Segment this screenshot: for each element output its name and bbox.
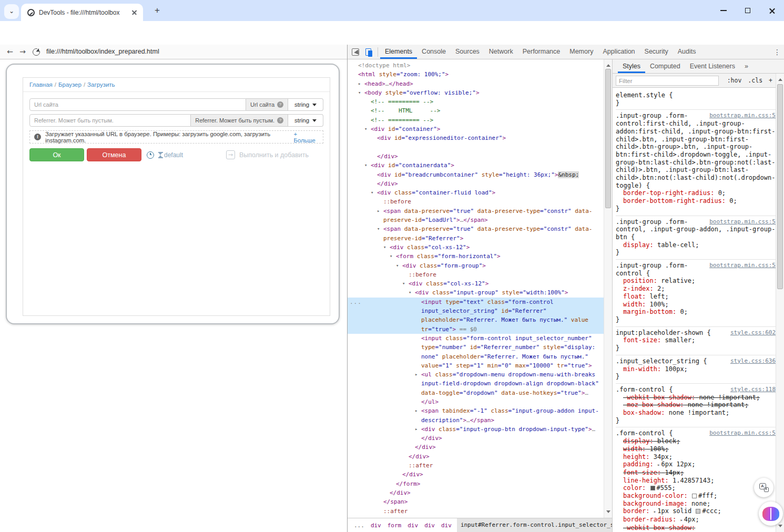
dom-tree-node[interactable]: </div> (348, 152, 612, 161)
referrer-input[interactable] (29, 114, 191, 127)
minimize-button[interactable] (711, 0, 736, 21)
dom-tree-node[interactable]: </div> (348, 443, 612, 452)
dom-tree-node[interactable]: ▾<div class="input-group" style="width:1… (348, 288, 612, 297)
dom-tree-node[interactable]: ▾<div class="form-group"> (348, 261, 612, 270)
dom-tree-node[interactable]: </div> (348, 179, 612, 188)
stylesheet-source-link[interactable]: bootstrap.min.css:5 (709, 218, 776, 226)
expand-arrow-open-icon[interactable]: ▾ (390, 252, 392, 261)
devtools-tab-performance[interactable]: Performance (518, 45, 565, 59)
dom-tree-node[interactable]: <!doctype html> (348, 61, 612, 70)
dom-tree-node[interactable]: ▸<head>…</head> (348, 79, 612, 88)
extension-overlay-button[interactable] (759, 502, 783, 526)
expand-arrow-closed-icon[interactable]: ▸ (415, 425, 418, 434)
scrollbar-thumb[interactable] (777, 84, 783, 289)
tab-close-icon[interactable] (130, 8, 139, 17)
sidebar-tab-styles[interactable]: Styles (618, 59, 645, 73)
dom-tree-node[interactable]: ▾<div id="containerdata"> (348, 161, 612, 170)
expand-arrow-open-icon[interactable]: ▾ (377, 224, 380, 233)
dom-tree-node[interactable]: <input class="form-control input_selecto… (348, 334, 612, 370)
sidebar-tab-computed[interactable]: Computed (645, 59, 685, 73)
dom-tree-node[interactable]: ▸<span data-preserve="true" data-preserv… (348, 207, 612, 225)
sidebar-tab-event-listeners[interactable]: Event Listeners (685, 59, 740, 73)
css-property[interactable]: line-height: 1.42857143; (616, 477, 776, 485)
breadcrumb-node[interactable]: div (408, 522, 418, 529)
clock-icon[interactable] (147, 151, 154, 159)
new-tab-button[interactable]: + (151, 5, 163, 17)
dom-tree-node[interactable]: ...<input type="text" class="form-contro… (348, 298, 612, 334)
help-icon[interactable]: ? (277, 117, 283, 124)
stylesheet-source-link[interactable]: bootstrap.min.css:5 (709, 262, 776, 270)
expand-arrow-open-icon[interactable]: ▾ (364, 125, 367, 134)
dom-tree-node[interactable]: ▾<body style="overflow: visible;"> (348, 88, 612, 97)
breadcrumb-home-link[interactable]: Главная (29, 81, 53, 88)
translate-overlay-button[interactable]: A (754, 478, 773, 497)
screencast-reload-button[interactable] (33, 48, 40, 56)
breadcrumb-selected-node[interactable]: input#Referrer.form-control.input_select… (457, 518, 635, 532)
css-property[interactable]: border-bottom-right-radius: 0; (616, 197, 776, 205)
expand-arrow-open-icon[interactable]: ▾ (409, 288, 411, 297)
css-property[interactable]: z-index: 2; (616, 285, 776, 293)
css-property[interactable]: display: table-cell; (616, 241, 776, 249)
devtools-menu-icon[interactable]: ⋮ (770, 48, 784, 56)
screencast-url[interactable]: file:///html/toolbox/index_prepared.html (46, 45, 159, 59)
breadcrumb-node[interactable]: div (441, 522, 452, 529)
expand-arrow-closed-icon[interactable]: ▸ (377, 207, 380, 216)
new-style-rule-button[interactable]: + (769, 74, 772, 88)
css-property[interactable]: font-size: 14px; (616, 469, 776, 477)
dom-tree-node[interactable]: <!-- HTML --> (348, 106, 612, 115)
close-button[interactable] (760, 0, 784, 21)
devtools-tab-security[interactable]: Security (640, 45, 673, 59)
color-swatch[interactable] (696, 509, 700, 514)
elements-scrollbar[interactable] (604, 59, 612, 518)
screencast-forward-button[interactable]: → (17, 46, 28, 57)
default-timeout[interactable]: default (158, 151, 183, 159)
dom-tree-node[interactable]: </form> (348, 479, 612, 488)
color-swatch[interactable] (692, 494, 697, 498)
sidebar-tab--[interactable]: » (740, 59, 753, 73)
dom-tree-node[interactable]: ▾<form class="form-horizontal"> (348, 252, 612, 261)
devtools-tab-application[interactable]: Application (598, 45, 639, 59)
screencast-back-button[interactable]: ← (4, 46, 16, 57)
expand-arrow-open-icon[interactable]: ▾ (358, 88, 361, 97)
cls-toggle[interactable]: .cls (748, 74, 762, 88)
node-more-actions-icon[interactable]: ... (350, 298, 362, 306)
stylesheet-source-link[interactable]: style.css:636 (730, 357, 776, 365)
css-property[interactable]: -webkit-box-shadow: (616, 524, 776, 532)
browser-tab[interactable]: DevTools - file:///html/toolbox (21, 4, 143, 21)
css-property[interactable]: height: 34px; (616, 453, 776, 461)
css-property[interactable]: -webkit-box-shadow: none !important; (616, 394, 776, 402)
breadcrumb-node[interactable]: div (371, 522, 381, 529)
url-input[interactable] (29, 98, 246, 111)
expand-arrow-open-icon[interactable]: ▾ (383, 243, 386, 252)
expand-arrow-closed-icon[interactable]: ▸ (358, 79, 361, 88)
dom-tree-node[interactable]: ▸<span tabindex="-1" class="input-group-… (348, 406, 612, 425)
css-property[interactable]: position: relative; (616, 277, 776, 285)
css-property[interactable]: width: 100%; (616, 445, 776, 453)
dom-tree-node[interactable]: ::before (348, 270, 612, 279)
dom-tree-node[interactable]: ▸<ul class="dropdown-menu dropdown-menu-… (348, 370, 612, 397)
dom-tree-node[interactable]: <!-- ========= --> (348, 116, 612, 125)
dom-tree-node[interactable]: </span> (348, 497, 612, 506)
tab-search-chevron-icon[interactable]: ⌄ (4, 4, 19, 19)
breadcrumb-node[interactable]: ... (354, 522, 364, 529)
dom-tree-node[interactable]: </ul> (348, 397, 612, 406)
styles-filter-input[interactable] (616, 76, 719, 86)
ok-button[interactable]: Ок (29, 148, 84, 161)
css-property[interactable]: width: 100%; (616, 301, 776, 309)
dom-tree-node[interactable]: <html style="zoom: 100%;"> (348, 70, 612, 79)
inspect-element-icon[interactable] (352, 48, 359, 56)
dom-tree-node[interactable]: ▸<div class="input-group-btn dropdown-in… (348, 425, 612, 434)
css-selector[interactable]: .form-control { (616, 386, 673, 393)
breadcrumb-node[interactable]: div (424, 522, 435, 529)
css-property[interactable]: border: ▸1px solid #ccc; (616, 507, 776, 516)
dom-tree-node[interactable]: ▾<div class="col-xs-12"> (348, 243, 612, 252)
dom-tree-node[interactable]: ▾<span data-preserve="true" data-preserv… (348, 224, 612, 243)
device-toolbar-icon[interactable] (365, 48, 371, 56)
expand-arrow-open-icon[interactable]: ▾ (402, 279, 405, 288)
css-property[interactable]: display: block; (616, 437, 776, 445)
css-selector[interactable]: .input_selector_string { (616, 357, 707, 365)
dom-tree-node[interactable]: ▾<div class="container-fluid load"> (348, 188, 612, 197)
dom-tree-node[interactable] (348, 143, 612, 152)
css-property[interactable]: background-color: #fff; (616, 492, 776, 500)
css-selector[interactable]: .input-group .form-control:first-child, … (616, 112, 775, 189)
